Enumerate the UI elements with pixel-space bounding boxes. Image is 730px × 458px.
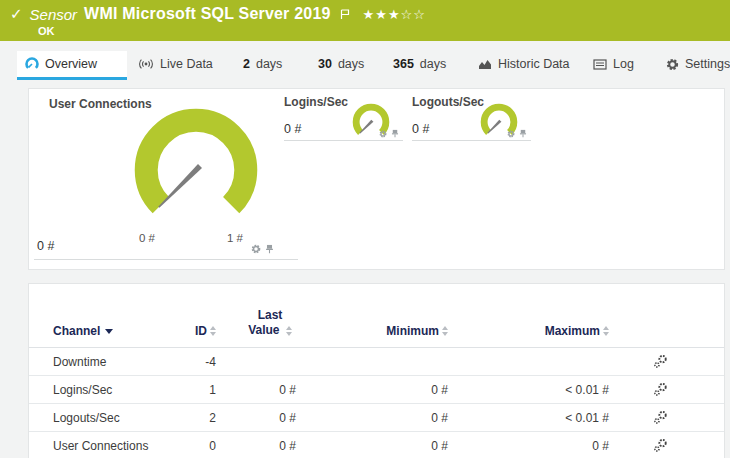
tab-30-days[interactable]: 30 days [310, 51, 372, 77]
tab-log-label: Log [613, 57, 634, 71]
gauge-needle [359, 120, 373, 134]
column-header-id-label: ID [195, 324, 207, 338]
tab-settings[interactable]: Settings [658, 51, 730, 77]
divider [284, 140, 403, 141]
channel-id: 1 [179, 383, 216, 397]
tab-historic-data-label: Historic Data [498, 57, 570, 71]
channel-settings-button[interactable] [609, 410, 724, 425]
logouts-gauge-value: 0 # [412, 122, 429, 136]
log-list-icon [593, 59, 607, 70]
page-title: WMI Microsoft SQL Server 2019 [84, 5, 330, 23]
sort-icon [286, 326, 292, 336]
channel-gears-icon [653, 438, 668, 453]
channel-minimum: 0 # [296, 411, 448, 425]
logins-gauge-value: 0 # [284, 122, 301, 136]
channel-name: Logouts/Sec [29, 411, 179, 425]
sensor-overview-page: ✓ Sensor WMI Microsoft SQL Server 2019 ★… [0, 0, 730, 458]
table-row: Logins/Sec 1 0 # 0 # < 0.01 # [29, 376, 724, 404]
channel-maximum: < 0.01 # [448, 383, 609, 397]
tab-30-days-unit: days [338, 57, 364, 71]
column-header-last-value-label: Last Value [248, 308, 282, 337]
pin-icon[interactable] [265, 244, 274, 254]
tab-30-days-number: 30 [318, 57, 332, 71]
channel-minimum: 0 # [296, 439, 448, 453]
column-header-minimum-label: Minimum [386, 324, 439, 338]
tab-365-days-number: 365 [393, 57, 414, 71]
gauges-panel: User Connections 0 # 1 # 0 # [28, 88, 725, 270]
tab-365-days[interactable]: 365 days [385, 51, 454, 77]
logouts-gauge-actions [507, 129, 527, 138]
logins-gauge-actions [379, 129, 399, 138]
channel-id: -4 [179, 355, 216, 369]
gauge-icon [25, 57, 39, 71]
channel-id: 0 [179, 439, 216, 453]
channel-gears-icon [653, 382, 668, 397]
channel-settings-button[interactable] [609, 354, 724, 369]
sort-icon [210, 326, 216, 336]
pin-icon[interactable] [519, 129, 527, 138]
gauge-needle [158, 164, 202, 208]
sort-icon [603, 326, 609, 336]
user-connections-gauge [129, 103, 263, 237]
column-header-minimum[interactable]: Minimum [296, 324, 448, 347]
main-gauge-scale-min: 0 # [132, 232, 162, 244]
pin-icon[interactable] [391, 129, 399, 138]
tab-live-data-label: Live Data [160, 57, 213, 71]
gear-icon[interactable] [251, 244, 261, 254]
broadcast-icon [138, 58, 154, 70]
tab-2-days[interactable]: 2 days [235, 51, 290, 77]
channel-name: Downtime [29, 355, 179, 369]
channel-maximum: < 0.01 # [448, 411, 609, 425]
table-row: Logouts/Sec 2 0 # 0 # < 0.01 # [29, 404, 724, 432]
tab-365-days-unit: days [420, 57, 446, 71]
column-header-channel[interactable]: Channel [29, 324, 179, 347]
column-header-id[interactable]: ID [179, 324, 216, 347]
channel-minimum: 0 # [296, 383, 448, 397]
tab-historic-data[interactable]: Historic Data [470, 51, 578, 77]
column-header-channel-label: Channel [53, 324, 100, 338]
gear-icon [666, 58, 679, 71]
channel-maximum: 0 # [448, 439, 609, 453]
tab-overview[interactable]: Overview [17, 51, 127, 80]
channel-last-value: 0 # [216, 411, 296, 425]
gauge-needle [487, 120, 501, 134]
main-gauge-actions [251, 244, 274, 254]
main-gauge-value: 0 # [37, 239, 54, 253]
channel-gears-icon [653, 354, 668, 369]
gear-icon[interactable] [379, 130, 387, 138]
tab-2-days-number: 2 [243, 57, 250, 71]
channel-id: 2 [179, 411, 216, 425]
channel-settings-button[interactable] [609, 438, 724, 453]
tab-live-data[interactable]: Live Data [130, 51, 221, 77]
sort-desc-icon [105, 329, 113, 334]
main-gauge-scale-max: 1 # [220, 232, 250, 244]
column-header-maximum[interactable]: Maximum [448, 324, 609, 347]
table-row: Downtime -4 [29, 348, 724, 376]
flag-icon[interactable] [340, 9, 350, 20]
channel-name: Logins/Sec [29, 383, 179, 397]
channel-settings-button[interactable] [609, 382, 724, 397]
sensor-status-header: ✓ Sensor WMI Microsoft SQL Server 2019 ★… [0, 0, 730, 41]
channel-name: User Connections [29, 439, 179, 453]
priority-stars[interactable]: ★★★☆☆ [363, 7, 426, 22]
status-badge: OK [38, 25, 55, 37]
column-header-maximum-label: Maximum [545, 324, 600, 338]
channel-gears-icon [653, 410, 668, 425]
column-header-last-value[interactable]: Last Value [244, 308, 296, 347]
table-row: User Connections 0 0 # 0 # 0 # [29, 432, 724, 458]
divider [34, 259, 298, 260]
area-chart-icon [478, 58, 492, 70]
tab-log[interactable]: Log [585, 51, 642, 77]
tab-2-days-unit: days [256, 57, 282, 71]
tab-settings-label: Settings [685, 57, 730, 71]
status-ok-check-icon: ✓ [10, 5, 23, 23]
tab-overview-label: Overview [45, 57, 97, 71]
gear-icon[interactable] [507, 130, 515, 138]
channels-table-panel: Channel ID Last Value Minimum Maximum [28, 283, 725, 458]
object-type-label: Sensor [30, 6, 78, 23]
channel-last-value: 0 # [216, 383, 296, 397]
divider [412, 140, 531, 141]
logins-gauge-title: Logins/Sec [284, 95, 348, 109]
table-header-row: Channel ID Last Value Minimum Maximum [29, 284, 724, 348]
logouts-gauge-title: Logouts/Sec [412, 95, 484, 109]
